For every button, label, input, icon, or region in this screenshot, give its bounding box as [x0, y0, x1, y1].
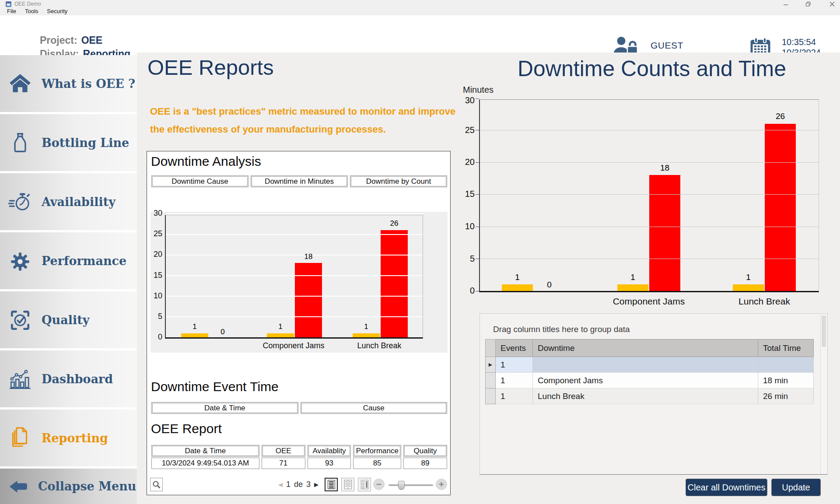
gear-icon [8, 249, 32, 273]
downtime-grid-panel: Drag column titles here to group data Ev… [480, 313, 828, 475]
sidebar-item-collapse-menu[interactable]: Collapse Menu [0, 469, 137, 504]
grid-column-events[interactable]: Events [496, 339, 533, 357]
sidebar-item-label: Performance [42, 254, 126, 268]
app-header: Project:OEE Display:Reporting GUEST 10:3… [0, 15, 840, 52]
sidebar-item-performance[interactable]: Performance [0, 232, 137, 289]
two-page-view-button[interactable] [341, 478, 354, 491]
zoom-out-button[interactable]: − [373, 479, 385, 490]
bar-count-component-jams [267, 333, 294, 337]
project-value: OEE [81, 35, 103, 46]
group-by-hint: Drag column titles here to group data [493, 325, 630, 334]
oee-description-line1: OEE is a "best practices" metric measure… [150, 102, 456, 120]
bar-chart-icon [8, 367, 32, 391]
cell-quality: 89 [403, 458, 447, 469]
report-section-title-oee-report: OEE Report [151, 421, 222, 436]
grid-column-total-time[interactable]: Total Time [758, 339, 814, 357]
row-selector[interactable] [485, 373, 496, 388]
search-button[interactable] [150, 478, 163, 491]
bar-value-label: 0 [209, 328, 236, 336]
sidebar-item-dashboard[interactable]: Dashboard [0, 350, 137, 407]
column-header: Cause [301, 402, 448, 414]
grid-row[interactable]: 1 Component Jams 18 min [485, 373, 814, 388]
sidebar-item-label: What is OEE ? [42, 77, 135, 91]
project-line: Project:OEE [40, 35, 102, 46]
bar-minutes-lunch-break [381, 230, 408, 337]
cell-events: 1 [496, 357, 533, 373]
grid-scrollbar-thumb[interactable] [822, 315, 826, 347]
y-tick: 25 [459, 125, 475, 135]
single-page-view-button[interactable] [325, 478, 338, 491]
sidebar-item-quality[interactable]: Quality [0, 291, 137, 348]
downtime-analysis-chart: 0 5 10 15 20 25 30 1 0 1 18 1 26 Compone… [150, 212, 448, 353]
column-header: Date & Time [151, 445, 259, 457]
sidebar-item-label: Reporting [42, 431, 108, 445]
book-view-button[interactable] [358, 478, 371, 491]
y-tick: 30 [459, 95, 475, 105]
grid-row[interactable]: ▶ 1 [485, 357, 814, 373]
y-tick: 10 [152, 291, 162, 301]
grid-scrollbar[interactable] [820, 314, 827, 474]
close-button[interactable] [828, 1, 836, 7]
zoom-in-button[interactable]: + [436, 479, 447, 490]
row-selector[interactable]: ▶ [485, 357, 496, 373]
bar-value-label: 18 [295, 252, 322, 261]
downtime-grid: Events Downtime Total Time ▶ 1 1 Compone… [485, 339, 814, 404]
sidebar-item-what-is-oee[interactable]: What is OEE ? [0, 55, 137, 112]
bar-count-blank [502, 284, 533, 291]
next-page-icon[interactable]: ▶ [314, 481, 318, 488]
menu-bar: File Tools Security [0, 8, 840, 15]
oee-description: OEE is a "best practices" metric measure… [150, 102, 456, 138]
bar-value-label: 0 [534, 280, 565, 290]
restore-button[interactable] [804, 1, 813, 7]
bar-count-blank [181, 333, 208, 337]
minimize-button[interactable] [781, 1, 790, 7]
oee-report-data-row: 10/3/2024 9:49:54.013 AM 71 93 85 89 [151, 458, 447, 469]
y-tick: 25 [152, 229, 162, 238]
column-header: Quality [403, 445, 447, 457]
grid-header-row: Events Downtime Total Time [485, 339, 814, 357]
downtime-event-time-header-row: Date & Time Cause [151, 402, 447, 414]
menu-security[interactable]: Security [42, 8, 72, 15]
sidebar-item-bottling-line[interactable]: Bottling Line [0, 114, 137, 171]
y-tick: 30 [152, 209, 162, 218]
grid-row[interactable]: 1 Lunch Break 26 min [485, 388, 814, 404]
grid-column-downtime[interactable]: Downtime [533, 339, 758, 357]
sidebar-item-label: Dashboard [42, 372, 113, 386]
y-tick: 5 [459, 254, 475, 264]
y-tick: 0 [152, 332, 162, 342]
single-page-icon [328, 480, 335, 489]
sidebar-item-reporting[interactable]: Reporting [0, 410, 137, 466]
zoom-slider[interactable] [388, 484, 433, 486]
user-name[interactable]: GUEST [651, 40, 683, 51]
page-navigator: ◀ 1 de 3 ▶ [278, 480, 318, 489]
bar-value-label: 26 [381, 219, 408, 228]
bar-count-lunch-break [353, 333, 380, 337]
update-button[interactable]: Update [771, 479, 821, 496]
menu-tools[interactable]: Tools [21, 8, 42, 15]
two-page-icon [344, 480, 352, 489]
clear-all-downtimes-button[interactable]: Clear all Downtimes [686, 479, 767, 496]
column-header: Downtime Cause [151, 175, 248, 187]
arrow-left-icon [8, 478, 28, 495]
window-titlebar: OEE Demo [0, 0, 840, 8]
row-selector[interactable] [485, 388, 496, 404]
magnifier-icon [152, 480, 161, 489]
bar-value-label: 1 [617, 273, 648, 282]
cell-oee: 71 [262, 458, 305, 469]
right-chart-title: Downtime Counts and Time [483, 56, 820, 81]
book-view-icon [361, 480, 368, 489]
downtime-counts-plot: 0 5 10 15 20 25 30 1 0 1 18 1 26 Compone… [479, 99, 819, 292]
menu-file[interactable]: File [3, 8, 21, 15]
bar-count-lunch-break [733, 284, 764, 291]
previous-page-icon[interactable]: ◀ [278, 481, 283, 488]
sidebar-item-label: Availability [42, 195, 116, 209]
zoom-slider-thumb[interactable] [398, 481, 405, 490]
x-category-label: Component Jams [583, 296, 714, 307]
sidebar-item-label: Collapse Menu [38, 480, 136, 493]
column-header: Performance [353, 445, 401, 457]
page-title: OEE Reports [147, 55, 274, 80]
bar-value-label: 1 [267, 322, 294, 331]
page-layout-buttons [325, 478, 371, 491]
bar-minutes-component-jams [649, 175, 680, 291]
sidebar-item-availability[interactable]: Availability [0, 173, 137, 230]
